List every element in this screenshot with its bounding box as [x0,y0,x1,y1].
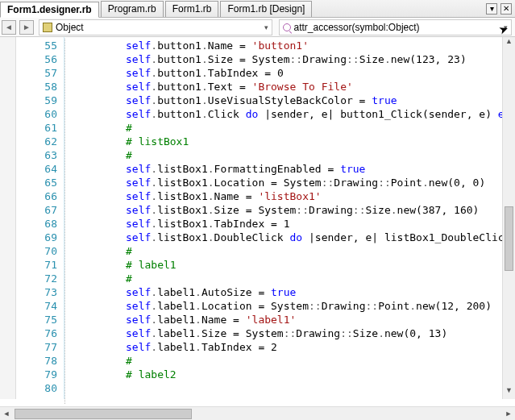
code-line[interactable]: # [64,354,515,368]
line-number: 59 [16,94,57,107]
line-number: 57 [16,66,57,80]
line-number: 69 [16,231,57,244]
outline-rail [64,39,65,404]
line-number: 76 [16,326,57,340]
code-line[interactable]: self.listBox1.TabIndex = 1 [64,217,515,231]
tab-program[interactable]: Program.rb [101,1,164,17]
code-line[interactable]: self.listBox1.DoubleClick do |sender, e|… [64,231,515,244]
code-line[interactable]: self.listBox1.Name = 'listBox1' [64,189,515,203]
code-line[interactable]: self.listBox1.FormattingEnabled = true [64,162,515,176]
horizontal-scroll-track[interactable] [13,407,502,421]
line-number: 67 [16,203,57,217]
chevron-down-icon: ▾ [504,23,508,31]
tab-bar: Form1.designer.rb Program.rb Form1.rb Fo… [0,0,515,18]
tab-form1[interactable]: Form1.rb [165,1,219,17]
code-line[interactable]: self.label1.Size = System::Drawing::Size… [64,326,515,340]
line-number: 70 [16,244,57,258]
code-line[interactable]: self.button1.Size = System::Drawing::Siz… [64,52,515,66]
code-line[interactable]: self.button1.Text = 'Browse To File' [64,80,515,94]
line-number: 71 [16,258,57,272]
horizontal-scrollbar[interactable]: ◄ ► [0,406,515,420]
scroll-up-button[interactable]: ▲ [503,37,515,50]
horizontal-scroll-thumb[interactable] [15,409,192,419]
code-line[interactable]: self.listBox1.Size = System::Drawing::Si… [64,203,515,217]
code-line[interactable]: # label2 [64,368,515,381]
scroll-right-button[interactable]: ► [502,410,515,418]
line-number: 79 [16,368,57,381]
member-selector[interactable]: attr_accessor(symbol:Object) ▾ [279,19,513,35]
code-line[interactable]: # [64,148,515,162]
code-line[interactable]: self.button1.UseVisualStyleBackColor = t… [64,94,515,107]
line-number: 80 [16,381,57,395]
line-number: 77 [16,340,57,354]
chevron-down-icon: ▾ [264,23,268,31]
code-line[interactable]: # [64,272,515,285]
line-number: 64 [16,162,57,176]
code-line[interactable]: self.label1.AutoSize = true [64,285,515,299]
tab-dropdown-button[interactable]: ▾ [486,3,497,15]
line-number: 62 [16,135,57,148]
nav-bar: ◄ ► Object ▾ attr_accessor(symbol:Object… [0,18,515,37]
code-editor[interactable]: 5556575859606162636465666768697071727374… [0,37,515,399]
nav-forward-button[interactable]: ► [19,20,34,35]
member-selector-label: attr_accessor(symbol:Object) [294,22,420,33]
line-number: 58 [16,80,57,94]
line-number: 74 [16,299,57,313]
code-line[interactable]: # [64,121,515,135]
scroll-left-button[interactable]: ◄ [0,410,13,418]
line-number: 66 [16,189,57,203]
vertical-scroll-thumb[interactable] [505,206,513,271]
line-number: 73 [16,285,57,299]
vertical-scrollbar[interactable]: ▲ ▼ [502,37,515,399]
line-number: 61 [16,121,57,135]
code-line[interactable]: # listBox1 [64,135,515,148]
tab-close-button[interactable]: ✕ [500,3,512,15]
line-number: 68 [16,217,57,231]
class-selector[interactable]: Object ▾ [39,19,272,35]
lens-icon [283,23,291,31]
code-line[interactable]: self.label1.TabIndex = 2 [64,340,515,354]
line-number: 56 [16,52,57,66]
code-line[interactable]: self.button1.Click do |sender, e| button… [64,107,515,121]
nav-back-button[interactable]: ◄ [2,20,16,35]
line-number: 65 [16,176,57,189]
code-line[interactable]: self.button1.TabIndex = 0 [64,66,515,80]
tab-form1-design[interactable]: Form1.rb [Design] [220,1,312,17]
line-number-gutter: 5556575859606162636465666768697071727374… [16,37,64,399]
line-number: 55 [16,39,57,52]
code-line[interactable] [64,381,515,395]
scroll-down-button[interactable]: ▼ [503,386,515,399]
code-area[interactable]: self.button1.Name = 'button1'self.button… [64,37,515,399]
line-number: 72 [16,272,57,285]
indicator-margin [0,37,16,399]
line-number: 63 [16,148,57,162]
code-line[interactable]: # label1 [64,258,515,272]
line-number: 75 [16,313,57,326]
code-line[interactable]: # [64,244,515,258]
line-number: 78 [16,354,57,368]
code-line[interactable]: self.label1.Name = 'label1' [64,313,515,326]
cube-icon [43,23,52,32]
code-line[interactable]: self.button1.Name = 'button1' [64,39,515,52]
code-line[interactable]: self.listBox1.Location = System::Drawing… [64,176,515,189]
code-line[interactable]: self.label1.Location = System::Drawing::… [64,299,515,313]
line-number: 60 [16,107,57,121]
tab-form1-designer[interactable]: Form1.designer.rb [0,2,99,18]
class-selector-label: Object [56,22,84,33]
